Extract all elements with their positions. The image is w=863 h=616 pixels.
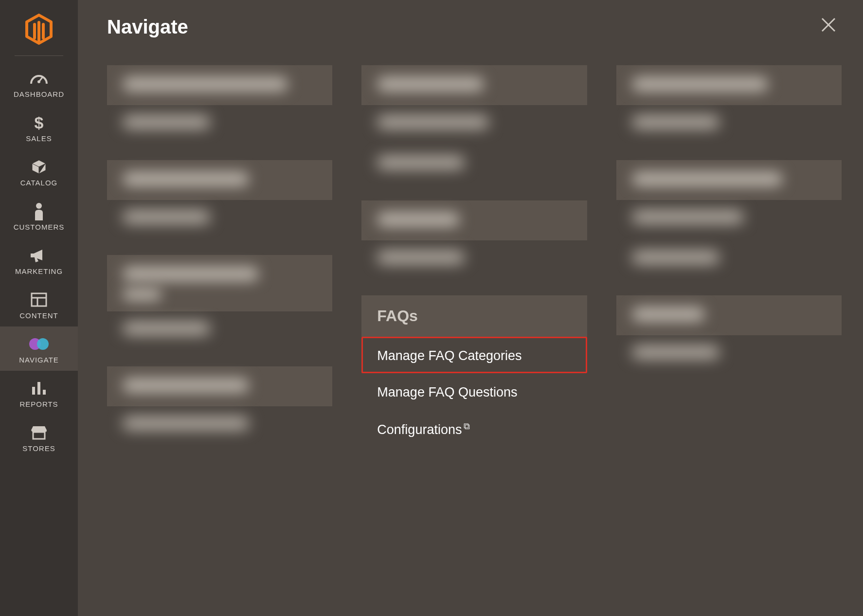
- bar-chart-icon: [31, 380, 47, 397]
- menu-group-blurred: [361, 200, 587, 281]
- svg-line-1: [39, 77, 43, 82]
- svg-text:$: $: [35, 114, 44, 131]
- magento-logo-icon[interactable]: [25, 8, 53, 55]
- layout-icon: [31, 291, 47, 308]
- sidebar-item-label: MARKETING: [15, 267, 63, 275]
- menu-group-blurred: [616, 295, 842, 376]
- box-icon: [30, 158, 48, 176]
- menu-column-3: [616, 65, 842, 467]
- sidebar-item-content[interactable]: CONTENT: [0, 282, 78, 326]
- menu-group-blurred: [616, 65, 842, 145]
- svg-point-9: [37, 338, 49, 350]
- sidebar-item-marketing[interactable]: MARKETING: [0, 238, 78, 282]
- dollar-icon: $: [33, 114, 45, 131]
- svg-point-3: [36, 203, 42, 209]
- svg-rect-13: [33, 432, 45, 439]
- menu-group-blurred: [107, 65, 332, 145]
- close-icon[interactable]: [815, 12, 842, 42]
- panel-title: Navigate: [107, 16, 188, 38]
- menu-link-label: Configurations: [377, 422, 462, 437]
- sidebar-item-label: REPORTS: [19, 400, 58, 408]
- svg-rect-5: [32, 293, 46, 306]
- sidebar-item-label: SALES: [26, 134, 52, 143]
- svg-rect-4: [31, 254, 34, 257]
- sidebar-item-label: DASHBOARD: [14, 90, 64, 98]
- external-link-icon: ⧉: [464, 421, 470, 431]
- menu-link-manage-faq-questions[interactable]: Manage FAQ Questions: [361, 373, 587, 410]
- gauge-icon: [29, 70, 49, 87]
- person-icon: [33, 202, 45, 220]
- store-icon: [30, 424, 48, 441]
- navigate-icon: [28, 335, 50, 353]
- divider: [15, 55, 63, 56]
- admin-sidebar: DASHBOARD $ SALES CATALOG CUSTOMERS MARK…: [0, 0, 78, 616]
- sidebar-item-label: CATALOG: [20, 179, 57, 187]
- navigate-flyout-panel: Navigate: [78, 0, 863, 616]
- svg-rect-12: [43, 390, 46, 395]
- svg-rect-11: [37, 382, 40, 395]
- sidebar-item-customers[interactable]: CUSTOMERS: [0, 194, 78, 238]
- sidebar-item-label: CONTENT: [19, 311, 58, 320]
- megaphone-icon: [30, 247, 48, 264]
- menu-group-faqs: FAQs Manage FAQ Categories Manage FAQ Qu…: [361, 295, 587, 452]
- menu-group-blurred: [616, 160, 842, 281]
- sidebar-item-stores[interactable]: STORES: [0, 415, 78, 459]
- svg-rect-10: [32, 387, 35, 395]
- menu-column-1: [107, 65, 332, 467]
- menu-group-blurred: [107, 255, 332, 352]
- menu-group-blurred: [107, 160, 332, 240]
- sidebar-item-label: CUSTOMERS: [14, 223, 65, 231]
- menu-column-2: FAQs Manage FAQ Categories Manage FAQ Qu…: [361, 65, 587, 467]
- sidebar-item-label: STORES: [22, 444, 55, 453]
- sidebar-item-sales[interactable]: $ SALES: [0, 105, 78, 149]
- menu-group-blurred: [107, 366, 332, 447]
- sidebar-item-navigate[interactable]: NAVIGATE: [0, 326, 78, 371]
- menu-link-configurations[interactable]: Configurations⧉: [361, 410, 587, 452]
- sidebar-item-label: NAVIGATE: [19, 356, 59, 364]
- menu-link-manage-faq-categories[interactable]: Manage FAQ Categories: [361, 337, 587, 373]
- sidebar-item-dashboard[interactable]: DASHBOARD: [0, 61, 78, 105]
- menu-group-heading: FAQs: [361, 295, 587, 337]
- sidebar-item-reports[interactable]: REPORTS: [0, 371, 78, 415]
- sidebar-item-catalog[interactable]: CATALOG: [0, 149, 78, 194]
- menu-group-blurred: [361, 65, 587, 186]
